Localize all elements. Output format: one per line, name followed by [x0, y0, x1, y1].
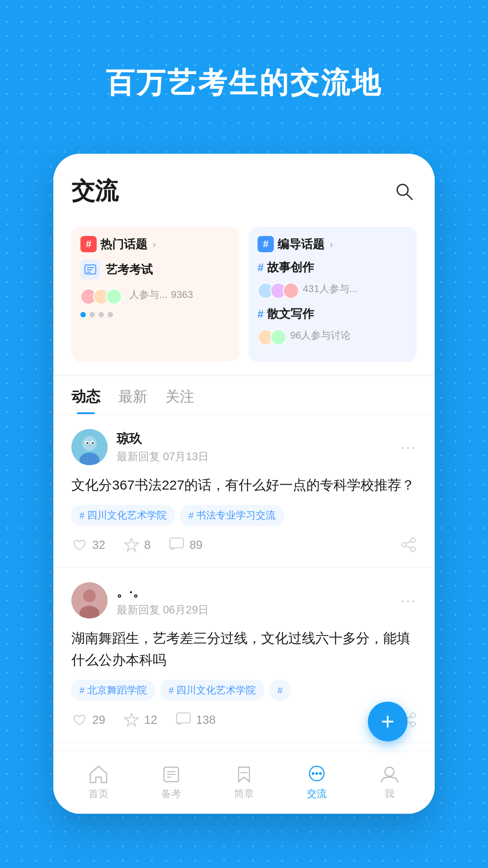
- svg-point-27: [411, 722, 415, 726]
- star-icon-2: [123, 712, 140, 728]
- svg-line-18: [406, 542, 411, 543]
- search-icon: [394, 181, 414, 201]
- hash-icon-1: #: [258, 261, 263, 274]
- post-1-star-count: 8: [144, 538, 150, 552]
- post-2-comment[interactable]: 138: [175, 712, 216, 728]
- post-1-like-count: 32: [92, 538, 105, 552]
- bottom-nav: 首页 备考 简章: [53, 750, 435, 814]
- post-1-comment[interactable]: 89: [169, 537, 202, 553]
- edit-topic-1: 故事创作: [267, 259, 314, 275]
- tab-guanzhu[interactable]: 关注: [165, 387, 194, 414]
- like-icon-2: [71, 712, 88, 728]
- post-1-like[interactable]: 32: [71, 537, 105, 553]
- hash-icon-2: #: [258, 308, 263, 321]
- nav-profile[interactable]: 我: [353, 764, 426, 801]
- post-1-username: 琼玖: [117, 430, 209, 448]
- svg-point-21: [83, 590, 96, 602]
- app-content: 交流 # 热门话题 ›: [53, 154, 435, 814]
- post-2-tag-3[interactable]: #: [269, 680, 291, 701]
- feed: 琼玖 最新回复 07月13日 ··· 文化分367书法227的话，有什么好一点的…: [53, 415, 435, 750]
- post-1-tag-1[interactable]: # 四川文化艺术学院: [71, 505, 175, 526]
- bookmark-icon: [234, 764, 254, 784]
- post-item-1: 琼玖 最新回复 07月13日 ··· 文化分367书法227的话，有什么好一点的…: [53, 415, 435, 568]
- nav-home-label: 首页: [89, 787, 108, 801]
- edit-topic-title: 编导话题: [277, 236, 324, 252]
- hot-topic-count: 9363: [171, 289, 193, 301]
- nav-bookmark[interactable]: 简章: [208, 764, 281, 801]
- edit-item-1[interactable]: # 故事创作 431人参与...: [258, 259, 408, 299]
- study-icon: [161, 764, 181, 784]
- svg-point-15: [411, 538, 415, 542]
- edit-topic-2: 散文写作: [267, 306, 314, 322]
- dot-3: [99, 312, 104, 317]
- svg-point-12: [92, 442, 94, 444]
- topic-icon: [80, 259, 100, 279]
- post-1-more[interactable]: ···: [400, 438, 417, 457]
- post-2-like[interactable]: 29: [71, 712, 105, 728]
- post-1-star[interactable]: 8: [123, 537, 150, 553]
- svg-point-16: [402, 542, 406, 547]
- page-title: 交流: [71, 175, 118, 207]
- post-2-more[interactable]: ···: [400, 591, 417, 610]
- hot-badge: #: [80, 236, 97, 252]
- comment-icon-2: [175, 712, 192, 728]
- post-2-user: 。·。 最新回复 06月29日: [71, 582, 209, 618]
- nav-chat[interactable]: 交流: [280, 764, 353, 801]
- svg-point-25: [411, 713, 415, 717]
- post-2-tag-2[interactable]: # 四川文化艺术学院: [160, 680, 264, 701]
- nav-chat-label: 交流: [307, 787, 327, 801]
- post-1-share[interactable]: [400, 537, 417, 553]
- post-2-actions: 29 12 138: [71, 712, 417, 728]
- svg-line-1: [407, 194, 412, 199]
- post-2-like-count: 29: [92, 713, 105, 727]
- post-2-star[interactable]: 12: [123, 712, 157, 728]
- svg-marker-34: [239, 767, 249, 782]
- edit-topic-card[interactable]: # 编导话题 › # 故事创作 431人参: [249, 227, 417, 362]
- post-1-time: 最新回复 07月13日: [117, 449, 209, 464]
- tab-dongtai[interactable]: 动态: [71, 387, 100, 414]
- svg-line-19: [406, 546, 411, 548]
- post-1-tag-2[interactable]: # 书法专业学习交流: [180, 505, 284, 526]
- post-2-username: 。·。: [117, 584, 209, 601]
- nav-profile-label: 我: [385, 787, 394, 801]
- svg-point-39: [319, 772, 322, 775]
- fab-button[interactable]: +: [368, 702, 408, 741]
- chat-icon: [307, 764, 327, 784]
- tag-hash-5: #: [277, 685, 282, 696]
- dot-4: [108, 312, 113, 317]
- card-dots: [80, 312, 230, 317]
- edit-item-2[interactable]: # 散文写作 96人参与讨论: [258, 306, 408, 345]
- svg-point-17: [411, 547, 415, 552]
- nav-home[interactable]: 首页: [62, 764, 135, 801]
- svg-point-38: [315, 772, 318, 775]
- post-2-content: 湖南舞蹈生，艺考差三分过线，文化过线六十多分，能填什么公办本科吗: [71, 627, 417, 671]
- post-2-tags: # 北京舞蹈学院 # 四川文化艺术学院 #: [71, 680, 417, 701]
- svg-marker-23: [125, 713, 138, 726]
- post-2-time: 最新回复 06月29日: [117, 603, 209, 617]
- dot-2: [89, 312, 95, 317]
- svg-point-7: [82, 436, 97, 451]
- edit-badge: #: [258, 236, 274, 252]
- person-icon: [380, 764, 399, 784]
- cards-section: # 热门话题 › 艺考考试: [53, 218, 435, 374]
- svg-rect-14: [170, 538, 183, 548]
- top-bar: 交流: [53, 154, 435, 218]
- nav-study[interactable]: 备考: [135, 764, 208, 801]
- post-2-tag-1[interactable]: # 北京舞蹈学院: [71, 680, 155, 701]
- hot-topic-card[interactable]: # 热门话题 › 艺考考试: [71, 227, 239, 362]
- home-icon: [89, 764, 108, 784]
- like-icon: [71, 537, 88, 553]
- tag-hash-3: #: [80, 685, 84, 696]
- star-icon: [123, 537, 140, 553]
- svg-point-40: [385, 767, 394, 776]
- comment-icon: [169, 537, 185, 553]
- nav-bookmark-label: 简章: [234, 787, 254, 801]
- svg-rect-24: [177, 713, 190, 723]
- tag-hash-icon-2: #: [188, 510, 193, 521]
- tab-zuixin[interactable]: 最新: [118, 387, 147, 414]
- nav-study-label: 备考: [161, 787, 181, 801]
- tag-hash-icon: #: [80, 510, 84, 521]
- phone-mockup: 交流 # 热门话题 ›: [53, 154, 435, 814]
- edit-topic-1-sub: 431人参与...: [303, 282, 357, 296]
- search-button[interactable]: [391, 179, 417, 204]
